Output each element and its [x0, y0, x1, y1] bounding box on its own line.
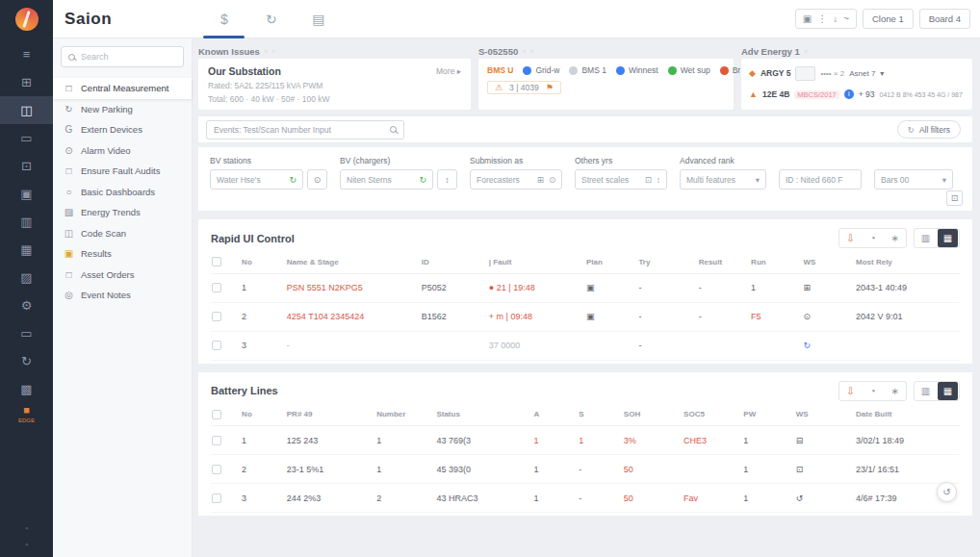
- device-thumbnail[interactable]: [795, 66, 815, 81]
- cell-name-link[interactable]: PSN 5551 N2KPG5: [286, 273, 421, 302]
- cell-ws-icon[interactable]: ⊙: [803, 302, 855, 331]
- col-try[interactable]: Try: [637, 251, 697, 273]
- rail-module-icon[interactable]: ▣: [0, 180, 53, 208]
- row-checkbox[interactable]: [212, 283, 221, 292]
- rail-table-icon[interactable]: ▦: [0, 236, 53, 264]
- mini-icon[interactable]: ▫: [265, 47, 268, 56]
- sidebar-item-alarm-video[interactable]: ⊙ Alarm Video: [53, 140, 192, 162]
- col-a[interactable]: A: [533, 404, 579, 426]
- rail-rows-icon[interactable]: ▥: [0, 208, 53, 236]
- chargers-input[interactable]: Niten Sterns ↻: [340, 169, 433, 190]
- others-input[interactable]: Street scales ⊡ ↕: [575, 169, 667, 190]
- table-settings-button[interactable]: ▦: [938, 229, 958, 247]
- sidebar-item-results[interactable]: ▣ Results: [53, 243, 192, 265]
- more-icon[interactable]: ⋮: [817, 13, 827, 24]
- rail-edge-badge[interactable]: ■ EDGE: [0, 405, 53, 423]
- wave-icon[interactable]: ~: [843, 13, 849, 24]
- board-button[interactable]: Board 4: [919, 9, 970, 29]
- sidebar-item-event-notes[interactable]: ◎ Event Notes: [53, 285, 192, 306]
- panel-expand-button[interactable]: ⊡: [946, 190, 963, 206]
- select-all-checkbox[interactable]: [212, 410, 221, 419]
- device-select[interactable]: Asnet 7: [849, 69, 875, 78]
- bars-select[interactable]: Bars 00 ▾: [874, 169, 953, 190]
- rail-menu-icon[interactable]: ≡: [0, 40, 53, 68]
- columns-eye-button[interactable]: ▥: [915, 228, 937, 248]
- col-no[interactable]: No: [241, 251, 286, 273]
- refresh-icon[interactable]: ↻: [419, 175, 426, 185]
- col-soh[interactable]: SOH: [623, 404, 683, 426]
- quick-search-input[interactable]: Events: Test/Scan Number Input: [206, 120, 404, 139]
- col-date[interactable]: Most Rely: [855, 251, 960, 273]
- col-no[interactable]: No: [241, 404, 286, 426]
- sidebar-item-code-scan[interactable]: ◫ Code Scan: [53, 223, 192, 244]
- col-ws[interactable]: WS: [803, 251, 855, 273]
- cell-plan-icon[interactable]: ▣: [585, 273, 637, 302]
- col-s[interactable]: S: [578, 404, 623, 426]
- rail-apps-icon[interactable]: ▩: [0, 375, 53, 403]
- cell-plan-icon[interactable]: ▣: [585, 302, 637, 331]
- target-icon[interactable]: ⊙: [549, 175, 555, 185]
- sidebar-item-central-measurement[interactable]: □ Central Measurement: [53, 78, 192, 99]
- row-checkbox[interactable]: [212, 465, 221, 474]
- rail-sync-icon[interactable]: ↻: [0, 347, 53, 375]
- col-id[interactable]: ID: [421, 251, 488, 273]
- col-name[interactable]: Name & Stage: [286, 251, 421, 273]
- scroll-top-button[interactable]: ↺: [937, 482, 957, 502]
- rail-footer-icon-1[interactable]: ▪: [25, 523, 28, 533]
- clone-button[interactable]: Clone 1: [863, 9, 914, 29]
- rail-grid-icon[interactable]: ⊞: [0, 68, 53, 96]
- window-tools[interactable]: ▣ ⋮ ↓ ~: [795, 9, 857, 29]
- all-filters-button[interactable]: ↻ All filters: [897, 120, 961, 139]
- stations-input[interactable]: Water Hse's ↻: [210, 169, 303, 190]
- col-fault[interactable]: | Fault: [488, 251, 585, 273]
- col-pw[interactable]: PW: [742, 404, 794, 426]
- col-number[interactable]: Number: [375, 404, 435, 426]
- col-result[interactable]: Result: [698, 251, 750, 273]
- mini-icon[interactable]: ▫: [523, 47, 526, 56]
- cell-refresh-icon[interactable]: ↻: [803, 331, 855, 360]
- mini-icon[interactable]: ▫: [530, 47, 533, 56]
- sidebar-item-new-parking[interactable]: ↻ New Parking: [53, 99, 192, 120]
- table-settings-button[interactable]: ▦: [938, 382, 958, 400]
- swap-icon[interactable]: ↕: [657, 175, 660, 185]
- advanced-select[interactable]: Multi features ▾: [680, 169, 766, 190]
- cell-ws-icon[interactable]: ⊟: [795, 426, 855, 455]
- more-button[interactable]: ∗: [884, 381, 906, 401]
- rail-panel-icon[interactable]: ▭: [0, 124, 53, 152]
- rail-report-icon[interactable]: ▨: [0, 264, 53, 291]
- col-plan[interactable]: Plan: [585, 251, 637, 273]
- device-highlight[interactable]: MBCS/2017: [794, 90, 838, 99]
- brand-logo[interactable]: [15, 8, 39, 31]
- cell-name-link[interactable]: 4254 T104 2345424: [286, 302, 421, 331]
- rail-footer-icon-2[interactable]: ▪: [25, 540, 28, 549]
- col-status[interactable]: Status: [435, 404, 532, 426]
- sidebar-item-energy-trends[interactable]: ▨ Energy Trends: [53, 202, 192, 223]
- sidebar-item-asset-orders[interactable]: □ Asset Orders: [53, 265, 192, 286]
- cell-ws-icon[interactable]: ⊞: [803, 273, 855, 302]
- user-button[interactable]: ◔: [862, 381, 884, 401]
- col-date[interactable]: Date Built: [855, 404, 960, 426]
- user-button[interactable]: ◔: [862, 228, 884, 248]
- row-checkbox[interactable]: [212, 312, 221, 321]
- col-ws[interactable]: WS: [795, 404, 855, 426]
- columns-eye-button[interactable]: ▥: [915, 381, 937, 401]
- frame-icon[interactable]: ▣: [803, 13, 812, 24]
- col-model[interactable]: PR# 49: [286, 404, 375, 426]
- row-checkbox[interactable]: [212, 436, 221, 445]
- row-checkbox[interactable]: [212, 494, 221, 503]
- info-icon[interactable]: i: [844, 89, 854, 99]
- col-soc[interactable]: SOC5: [683, 404, 742, 426]
- rail-monitor-icon[interactable]: ◫: [0, 96, 53, 124]
- expand-icon[interactable]: ⊡: [645, 175, 652, 185]
- cell-ws-icon[interactable]: ↺: [795, 484, 855, 513]
- refresh-icon[interactable]: ↻: [289, 175, 297, 185]
- sidebar-item-fault-audits[interactable]: □ Ensure Fault Audits: [53, 161, 192, 182]
- mini-icon[interactable]: ▫: [272, 47, 275, 56]
- more-link[interactable]: More ▸: [436, 66, 461, 76]
- rail-device-icon[interactable]: ⊡: [0, 152, 53, 180]
- download-button[interactable]: ⇩: [839, 228, 862, 248]
- locate-button[interactable]: ⊙: [307, 169, 327, 190]
- rail-archive-icon[interactable]: ▭: [0, 319, 53, 347]
- id-input[interactable]: ID : Nited 660 F: [779, 169, 862, 190]
- sidebar-item-extern-devices[interactable]: G Extern Devices: [53, 119, 192, 140]
